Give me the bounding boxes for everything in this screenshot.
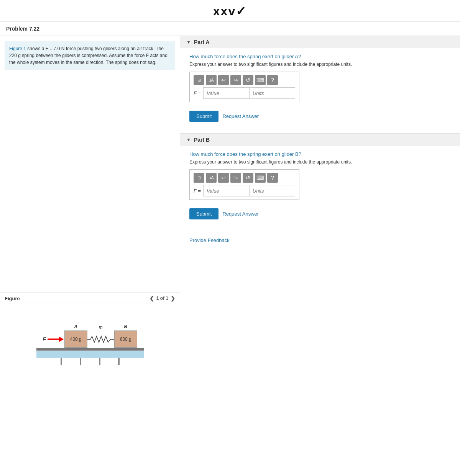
part-b-help-btn[interactable]: ? — [267, 173, 278, 183]
spring-mass-label: m — [99, 325, 103, 330]
part-a-request-link[interactable]: Request Answer — [222, 113, 259, 119]
part-a-submit-btn[interactable]: Submit — [189, 111, 219, 122]
next-arrow[interactable]: ❯ — [171, 295, 175, 301]
problem-title: Problem 7.22 — [6, 26, 39, 32]
part-a-question: How much force does the spring exert on … — [189, 54, 451, 59]
leg-2 — [80, 358, 81, 365]
part-b-value-input[interactable] — [203, 185, 249, 196]
figure-nav: ❮ 1 of 1 ❯ — [150, 295, 175, 301]
figure-label: Figure — [5, 296, 20, 301]
part-a-keyboard-btn[interactable]: ⌨ — [255, 75, 266, 85]
part-b-section: ▼ Part B How much force does the spring … — [180, 134, 460, 231]
main-layout: Figure 1 shows a F = 7.0 N force pushing… — [0, 36, 460, 381]
part-a-value-input[interactable] — [203, 87, 249, 99]
prev-arrow[interactable]: ❮ — [150, 295, 154, 301]
block-a-mass: 400 g — [70, 337, 82, 342]
part-a-undo-btn[interactable]: ↩ — [218, 75, 229, 85]
part-a-collapse-icon: ▼ — [186, 39, 191, 45]
legs-row — [52, 358, 128, 365]
diagram-container: F A 400 g m — [36, 330, 144, 365]
part-b-refresh-btn[interactable]: ↺ — [243, 173, 253, 183]
part-b-request-link[interactable]: Request Answer — [222, 211, 259, 217]
part-a-mu-btn[interactable]: μA — [206, 75, 217, 85]
figure-diagram: F A 400 g m — [0, 308, 180, 365]
part-b-header[interactable]: ▼ Part B — [180, 134, 460, 146]
right-panel: ▼ Part A How much force does the spring … — [180, 36, 460, 381]
part-b-answer-box: ⊞ μA ↩ ↪ ↺ ⌨ ? F = — [189, 169, 299, 200]
spring: m — [87, 335, 114, 343]
block-b: B 600 g — [114, 330, 137, 348]
part-b-undo-btn[interactable]: ↩ — [218, 173, 229, 183]
block-b-mass: 600 g — [120, 337, 131, 342]
figure-page: 1 of 1 — [156, 296, 168, 301]
part-a-body: How much force does the spring exert on … — [180, 48, 460, 127]
part-b-question: How much force does the spring exert on … — [189, 151, 451, 157]
part-a-toolbar: ⊞ μA ↩ ↪ ↺ ⌨ ? — [194, 75, 295, 85]
part-b-mu-btn[interactable]: μA — [206, 173, 217, 183]
diagram-top: F A 400 g m — [43, 330, 137, 348]
part-a-instruction: Express your answer to two significant f… — [189, 62, 451, 67]
leg-1 — [61, 358, 62, 365]
figure-header: Figure ❮ 1 of 1 ❯ — [0, 293, 180, 304]
part-a-redo-btn[interactable]: ↪ — [230, 75, 241, 85]
part-a-answer-box: ⊞ μA ↩ ↪ ↺ ⌨ ? F = — [189, 72, 299, 102]
part-b-input-row: F = — [194, 185, 295, 196]
part-b-redo-btn[interactable]: ↪ — [230, 173, 241, 183]
problem-description: shows a F = 7.0 N force pushing two glid… — [9, 46, 168, 65]
part-b-instruction: Express your answer to two significant f… — [189, 159, 451, 165]
figure-viewport: F A 400 g m — [0, 304, 180, 381]
part-b-action-row: Submit Request Answer — [189, 208, 451, 219]
track-surface — [36, 350, 144, 358]
leg-3 — [99, 358, 100, 365]
arrow-line — [48, 339, 59, 340]
block-a-top-label: A — [74, 324, 77, 329]
part-b-collapse-icon: ▼ — [186, 137, 191, 142]
part-b-grid-btn[interactable]: ⊞ — [194, 173, 204, 183]
leg-4 — [118, 358, 120, 365]
part-a-refresh-btn[interactable]: ↺ — [243, 75, 253, 85]
block-b-top-label: B — [124, 324, 127, 329]
spring-svg — [87, 335, 114, 343]
part-a-header[interactable]: ▼ Part A — [180, 36, 460, 48]
part-b-eq-label: F = — [194, 188, 201, 194]
problem-text-box: Figure 1 shows a F = 7.0 N force pushing… — [5, 41, 175, 70]
left-panel: Figure 1 shows a F = 7.0 N force pushing… — [0, 36, 180, 381]
part-a-help-btn[interactable]: ? — [267, 75, 278, 85]
part-a-action-row: Submit Request Answer — [189, 111, 451, 122]
logo-text: xxv✓ — [213, 4, 247, 18]
logo-xx: xxv — [213, 4, 236, 18]
part-a-input-row: F = — [194, 87, 295, 99]
force-label-f: F — [43, 336, 46, 342]
part-a-label: Part A — [194, 39, 210, 45]
part-a-units-input[interactable] — [249, 87, 295, 99]
part-a-grid-btn[interactable]: ⊞ — [194, 75, 204, 85]
part-b-units-input[interactable] — [249, 185, 295, 196]
figure-section: Figure ❮ 1 of 1 ❯ F — [0, 293, 180, 381]
part-b-body: How much force does the spring exert on … — [180, 146, 460, 225]
figure-link[interactable]: Figure 1 — [9, 46, 26, 51]
part-b-toolbar: ⊞ μA ↩ ↪ ↺ ⌨ ? — [194, 173, 295, 183]
part-a-eq-label: F = — [194, 90, 201, 96]
problem-header: Problem 7.22 — [0, 22, 460, 36]
part-b-label: Part B — [194, 137, 210, 143]
feedback-link[interactable]: Provide Feedback — [180, 231, 460, 249]
force-arrow — [48, 337, 64, 342]
logo-check: ✓ — [236, 4, 247, 18]
block-a: A 400 g — [64, 330, 87, 348]
logo-bar: xxv✓ — [0, 0, 460, 22]
arrow-head — [59, 337, 64, 342]
part-a-section: ▼ Part A How much force does the spring … — [180, 36, 460, 134]
part-b-keyboard-btn[interactable]: ⌨ — [255, 173, 266, 183]
part-b-submit-btn[interactable]: Submit — [189, 208, 219, 219]
